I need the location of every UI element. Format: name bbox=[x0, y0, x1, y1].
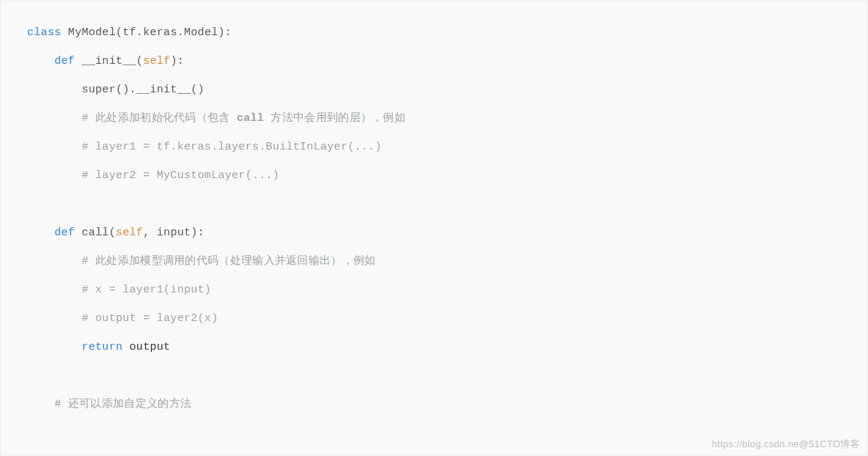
code-line-9: # 此处添加模型调用的代码（处理输入并返回输出），例如 bbox=[27, 247, 858, 276]
code-line-4: # 此处添加初始化代码（包含 call 方法中会用到的层），例如 bbox=[27, 104, 858, 133]
code-line-12: return output bbox=[27, 333, 858, 361]
paren-close-colon: ): bbox=[170, 55, 184, 67]
comment-custom-methods: # 还可以添加自定义的方法 bbox=[54, 398, 191, 411]
paren-open: ( bbox=[109, 227, 116, 239]
blank-line-1 bbox=[27, 190, 858, 218]
function-name-init: __init__ bbox=[81, 55, 136, 67]
comment-init-desc: # 此处添加初始化代码（包含 call 方法中会用到的层），例如 bbox=[81, 112, 405, 125]
class-name: MyModel bbox=[68, 26, 116, 39]
code-line-1: class MyModel(tf.keras.Model): bbox=[27, 18, 858, 47]
keyword-class: class bbox=[27, 26, 62, 39]
code-line-10: # x = layer1(input) bbox=[27, 276, 858, 304]
paren-open: ( bbox=[116, 26, 122, 39]
paren-open: ( bbox=[136, 55, 143, 67]
paren-close-colon: ): bbox=[191, 227, 205, 239]
code-line-5: # layer1 = tf.keras.layers.BuiltInLayer(… bbox=[27, 133, 858, 161]
comment-x: # x = layer1(input) bbox=[81, 284, 211, 296]
comment-call-desc: # 此处添加模型调用的代码（处理输入并返回输出），例如 bbox=[81, 255, 375, 268]
watermark-text: https://blog.csdn.ne@51CTO博客 bbox=[712, 438, 860, 451]
keyword-def: def bbox=[54, 55, 75, 67]
comment-output: # output = layer2(x) bbox=[81, 312, 218, 325]
comment-layer1: # layer1 = tf.keras.layers.BuiltInLayer(… bbox=[81, 141, 381, 153]
paren-close-colon: ): bbox=[218, 26, 232, 39]
function-name-call: call bbox=[81, 227, 108, 239]
self-param: self bbox=[143, 55, 170, 67]
code-line-6: # layer2 = MyCustomLayer(...) bbox=[27, 161, 858, 190]
input-param: input bbox=[157, 227, 191, 239]
keyword-def: def bbox=[54, 227, 75, 239]
code-block: class MyModel(tf.keras.Model): def __ini… bbox=[1, 1, 867, 436]
code-line-14: # 还可以添加自定义的方法 bbox=[27, 390, 858, 419]
base-class: tf.keras.Model bbox=[122, 26, 218, 39]
super-call: super().__init__() bbox=[81, 84, 204, 96]
code-line-8: def call(self, input): bbox=[27, 218, 858, 247]
return-value: output bbox=[130, 341, 171, 353]
space bbox=[122, 341, 129, 353]
keyword-return: return bbox=[81, 341, 122, 353]
code-line-2: def __init__(self): bbox=[27, 47, 858, 76]
code-line-3: super().__init__() bbox=[27, 76, 858, 104]
comma: , bbox=[143, 227, 157, 239]
blank-line-2 bbox=[27, 361, 858, 390]
self-param: self bbox=[116, 227, 143, 239]
comment-layer2: # layer2 = MyCustomLayer(...) bbox=[81, 169, 279, 182]
code-line-11: # output = layer2(x) bbox=[27, 304, 858, 333]
